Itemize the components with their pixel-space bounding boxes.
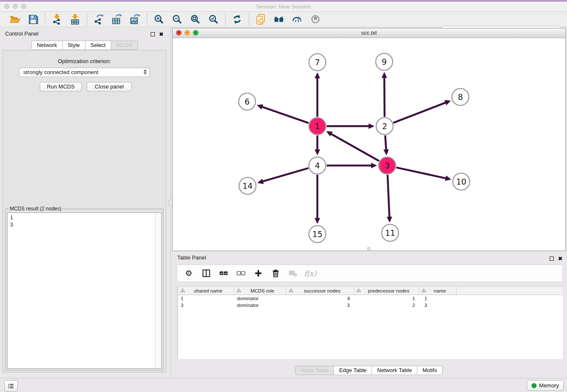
table-cell[interactable]: 3 bbox=[178, 302, 234, 309]
node-table: shared nameMCDS rolesuccessor nodesprede… bbox=[177, 286, 563, 359]
table-cell[interactable]: 1 bbox=[354, 295, 419, 302]
edge-2-3[interactable] bbox=[385, 135, 386, 150]
edge-2-8[interactable] bbox=[394, 102, 446, 123]
float-panel-icon[interactable] bbox=[151, 32, 155, 36]
table-cell[interactable]: 3 bbox=[286, 302, 354, 309]
table-cell[interactable]: 3 bbox=[419, 302, 457, 309]
tab-select[interactable]: Select bbox=[85, 41, 111, 50]
table-panel: Table Panel ✖ ⚙f(x) shared nameMCDS role… bbox=[172, 253, 566, 375]
main-toolbar-groups bbox=[0, 12, 327, 27]
column-header[interactable]: shared name bbox=[178, 287, 234, 295]
zoom-in-icon[interactable] bbox=[153, 14, 165, 25]
tab-style[interactable]: Style bbox=[62, 41, 85, 50]
network-title: scc.txt bbox=[173, 30, 565, 36]
edge-3-1[interactable] bbox=[330, 134, 379, 161]
column-header[interactable]: name bbox=[419, 287, 457, 295]
save-session-icon[interactable] bbox=[28, 14, 39, 25]
table-header-row: shared nameMCDS rolesuccessor nodesprede… bbox=[178, 286, 563, 295]
table-settings-icon[interactable]: ⚙ bbox=[184, 269, 193, 278]
network-graph[interactable]: 1234678910111415 bbox=[173, 38, 565, 251]
table-row[interactable]: 3dominator323 bbox=[178, 302, 563, 309]
toolbar-group bbox=[147, 14, 225, 25]
close-panel-button[interactable]: Close panel bbox=[87, 82, 132, 91]
copy-network-icon[interactable] bbox=[255, 14, 267, 25]
add-row-icon[interactable] bbox=[253, 269, 263, 278]
tab-network-table[interactable]: Network Table bbox=[372, 366, 417, 375]
node-label-15: 15 bbox=[312, 229, 322, 239]
delete-table-icon bbox=[288, 269, 297, 278]
zoom-fit-icon[interactable] bbox=[190, 14, 201, 25]
style-preview-icon[interactable] bbox=[292, 14, 303, 25]
table-cell[interactable]: dominator bbox=[234, 302, 286, 309]
table-body: 1dominator4113dominator323 bbox=[178, 295, 563, 309]
split-columns-icon[interactable] bbox=[201, 269, 211, 278]
refresh-layout-icon[interactable] bbox=[231, 14, 243, 25]
network-window-titlebar[interactable]: ✕ − + scc.txt bbox=[173, 28, 565, 38]
edge-3-11[interactable] bbox=[388, 175, 389, 218]
arrowhead-icon bbox=[383, 149, 389, 155]
network-canvas[interactable]: 1234678910111415 bbox=[173, 38, 565, 251]
edge-4-14[interactable] bbox=[262, 168, 308, 182]
export-image-icon[interactable] bbox=[129, 14, 141, 25]
edge-3-10[interactable] bbox=[396, 168, 446, 179]
tab-edge-table[interactable]: Edge Table bbox=[333, 366, 372, 375]
table-cell[interactable]: dominator bbox=[234, 295, 286, 302]
open-session-icon[interactable] bbox=[9, 14, 21, 25]
criterion-value: strongly connected component bbox=[23, 69, 98, 75]
app-titlebar: Session: New Session bbox=[0, 2, 567, 12]
edge-2-9[interactable] bbox=[384, 77, 385, 117]
tab-mcds[interactable]: MCDS bbox=[111, 41, 138, 50]
close-table-panel-icon[interactable]: ✖ bbox=[558, 256, 562, 261]
column-header[interactable]: predecessor nodes bbox=[354, 287, 419, 295]
export-network-icon[interactable] bbox=[93, 14, 105, 25]
table-cell[interactable]: 1 bbox=[419, 295, 457, 302]
show-hide-icon[interactable] bbox=[310, 14, 321, 25]
export-table-icon[interactable] bbox=[111, 14, 123, 25]
clear-all-checks-icon[interactable] bbox=[236, 269, 245, 278]
control-panel-header: Control Panel ✖ bbox=[0, 27, 169, 40]
arrowhead-icon bbox=[387, 217, 392, 223]
edge-1-6[interactable] bbox=[261, 107, 308, 123]
resize-grip[interactable] bbox=[367, 247, 371, 250]
arrowhead-icon bbox=[369, 124, 374, 129]
node-label-3: 3 bbox=[385, 161, 390, 170]
arrowhead-icon bbox=[445, 176, 451, 181]
table-panel-title: Table Panel bbox=[177, 254, 206, 261]
arrowhead-icon bbox=[257, 179, 264, 184]
status-bar: Memory bbox=[0, 378, 567, 392]
zoom-out-icon[interactable] bbox=[171, 14, 183, 25]
toolbar-group bbox=[87, 14, 147, 25]
delete-row-icon[interactable] bbox=[271, 269, 280, 278]
node-label-7: 7 bbox=[315, 58, 320, 67]
table-row[interactable]: 1dominator411 bbox=[178, 295, 563, 302]
table-cell[interactable]: 1 bbox=[178, 295, 234, 302]
tab-network[interactable]: Network bbox=[31, 41, 63, 50]
node-label-6: 6 bbox=[245, 97, 250, 106]
node-label-4: 4 bbox=[315, 161, 320, 170]
criterion-dropdown[interactable]: strongly connected component bbox=[19, 68, 150, 77]
import-network-icon[interactable] bbox=[51, 14, 63, 25]
result-scrollbar[interactable] bbox=[155, 213, 161, 368]
home-icon[interactable] bbox=[273, 14, 285, 25]
table-cell[interactable]: 4 bbox=[286, 295, 354, 302]
close-panel-icon[interactable]: ✖ bbox=[159, 32, 163, 37]
memory-label: Memory bbox=[539, 382, 559, 389]
node-label-1: 1 bbox=[315, 121, 320, 131]
table-cell[interactable]: 2 bbox=[354, 302, 419, 309]
select-all-checks-icon[interactable] bbox=[219, 269, 228, 278]
arrowhead-icon bbox=[371, 163, 377, 168]
dropdown-stepper-icon bbox=[143, 69, 147, 75]
optimization-criterion-label: Optimization criterion: bbox=[3, 58, 166, 64]
column-header[interactable]: MCDS role bbox=[234, 287, 286, 295]
memory-button[interactable]: Memory bbox=[527, 380, 564, 391]
zoom-selected-icon[interactable] bbox=[208, 14, 219, 25]
run-mcds-button[interactable]: Run MCDS bbox=[40, 82, 82, 91]
import-table-icon[interactable] bbox=[69, 14, 81, 25]
table-tabs: Node TableEdge TableNetwork TableMotifs bbox=[172, 366, 566, 375]
tab-motifs[interactable]: Motifs bbox=[417, 366, 443, 375]
tab-node-table[interactable]: Node Table bbox=[295, 366, 334, 375]
float-table-panel-icon[interactable] bbox=[550, 257, 554, 261]
task-history-button[interactable] bbox=[4, 380, 18, 392]
column-header[interactable]: successor nodes bbox=[286, 287, 354, 295]
network-view-window: ✕ − + scc.txt 1234678910111415 bbox=[172, 28, 566, 251]
